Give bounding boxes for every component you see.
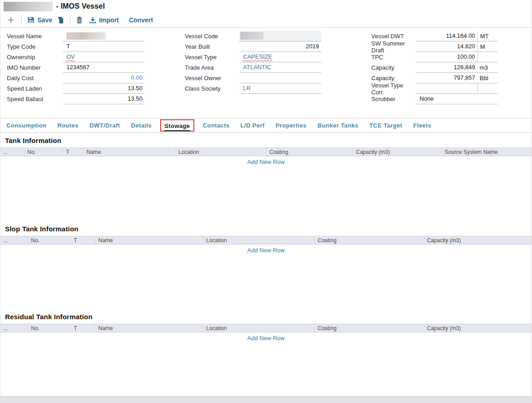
form-column-right: Vessel DWT 114,164.00 MT SW Summer Draft… bbox=[371, 31, 498, 104]
type-code-label: Type Code bbox=[7, 43, 63, 50]
year-built-field[interactable]: 2019 bbox=[239, 41, 321, 52]
speed-laden-field[interactable]: 13.50 bbox=[63, 83, 145, 94]
daily-cost-field[interactable]: 0.00 bbox=[63, 73, 145, 83]
vessel-dwt-field[interactable]: 114,164.00 bbox=[416, 31, 477, 41]
tab-details[interactable]: Details bbox=[131, 122, 152, 129]
tab-bunker-tanks[interactable]: Bunker Tanks bbox=[318, 122, 359, 129]
field-row-vessel-type: Vessel Type CAPESIZE bbox=[185, 52, 321, 62]
sw-summer-draft-label: SW Summer Draft bbox=[371, 40, 416, 54]
vessel-dwt-unit: MT bbox=[477, 31, 498, 41]
scrubber-field[interactable]: None bbox=[416, 94, 498, 104]
trade-area-field[interactable]: ATLANTIC bbox=[239, 62, 321, 73]
vessel-code-field[interactable] bbox=[239, 31, 321, 41]
scrubber-label: Scrubber bbox=[371, 96, 416, 102]
slop-add-new-row-link[interactable]: Add New Row bbox=[0, 247, 532, 254]
column-header-capacity: Capacity (m3) bbox=[353, 148, 442, 156]
residual-add-new-row-link[interactable]: Add New Row bbox=[0, 335, 532, 342]
ownership-field[interactable]: OV bbox=[63, 52, 145, 62]
field-row-daily-cost: Daily Cost 0.00 bbox=[7, 73, 145, 83]
type-code-field[interactable]: T bbox=[63, 41, 145, 52]
redacted-vessel-name bbox=[4, 2, 53, 11]
stowage-tab-highlight-box: Stowage bbox=[160, 119, 194, 132]
vessel-form: Vessel Name Type Code T Ownership OV IMO… bbox=[0, 28, 532, 113]
class-society-label: Class Society bbox=[185, 85, 239, 92]
column-header-name: Name bbox=[96, 236, 203, 244]
column-header-no: No. bbox=[25, 148, 63, 156]
column-header-ellipsis: ... bbox=[0, 324, 28, 332]
field-row-speed-ballast: Speed Ballast 13.50 bbox=[7, 94, 145, 104]
import-icon bbox=[89, 16, 96, 24]
vessel-owner-field[interactable] bbox=[239, 73, 321, 83]
class-society-value: LR bbox=[243, 85, 251, 92]
field-row-type-code: Type Code T bbox=[7, 41, 145, 52]
speed-ballast-field[interactable]: 13.50 bbox=[63, 94, 145, 104]
tank-add-new-row-link[interactable]: Add New Row bbox=[0, 158, 532, 165]
save-button-label: Save bbox=[37, 16, 52, 24]
speed-ballast-label: Speed Ballast bbox=[7, 96, 63, 102]
imo-number-label: IMO Number bbox=[7, 64, 63, 71]
copy-icon bbox=[57, 16, 65, 24]
tab-ld-perf[interactable]: L/D Perf bbox=[240, 122, 264, 129]
save-button[interactable]: Save bbox=[27, 16, 52, 24]
tab-properties[interactable]: Properties bbox=[275, 122, 306, 129]
redacted-value bbox=[66, 32, 106, 40]
sw-summer-draft-field[interactable]: 14.820 bbox=[416, 41, 477, 52]
vessel-type-label: Vessel Type bbox=[185, 54, 239, 61]
form-column-left: Vessel Name Type Code T Ownership OV IMO… bbox=[7, 31, 145, 104]
vessel-type-corr-field[interactable] bbox=[416, 83, 477, 94]
vessel-type-corr-label: Vessel Type Corr. bbox=[371, 82, 416, 96]
slop-tank-information-section: Slop Tank Information ... No. T Name Loc… bbox=[0, 221, 532, 309]
tab-stowage[interactable]: Stowage bbox=[164, 122, 190, 131]
column-header-name: Name bbox=[96, 324, 203, 332]
tpc-field[interactable]: 100.00 bbox=[416, 52, 477, 62]
window-titlebar: - IMOS Vessel bbox=[0, 0, 532, 13]
tab-routes[interactable]: Routes bbox=[57, 122, 78, 129]
copy-button[interactable] bbox=[57, 16, 65, 24]
capacity-bbl-label: Capacity bbox=[371, 75, 416, 82]
column-header-t: T bbox=[71, 236, 96, 244]
field-row-imo-number: IMO Number 1234567 bbox=[7, 62, 145, 73]
field-row-scrubber: Scrubber None bbox=[371, 94, 498, 104]
residual-grid-header: ... No. T Name Location Coating Capacity… bbox=[0, 324, 532, 332]
toolbar-separator bbox=[21, 15, 22, 25]
slop-grid-header: ... No. T Name Location Coating Capacity… bbox=[0, 236, 532, 245]
tab-tce-target[interactable]: TCE Target bbox=[370, 122, 402, 129]
delete-button[interactable] bbox=[76, 16, 83, 24]
field-row-vessel-type-corr: Vessel Type Corr. bbox=[371, 83, 498, 94]
column-header-no: No. bbox=[28, 236, 71, 244]
vessel-type-field[interactable]: CAPESIZE bbox=[239, 52, 321, 62]
column-header-ellipsis: ... bbox=[0, 236, 28, 244]
field-row-capacity-m3: Capacity 126,849 m3 bbox=[371, 62, 498, 73]
speed-laden-label: Speed Laden bbox=[7, 85, 63, 92]
trade-area-value: ATLANTIC bbox=[243, 64, 271, 71]
tab-dwt-draft[interactable]: DWT/Draft bbox=[90, 122, 120, 129]
imo-number-field[interactable]: 1234567 bbox=[63, 62, 145, 73]
field-row-vessel-owner: Vessel Owner bbox=[185, 73, 321, 83]
trash-icon bbox=[76, 16, 83, 24]
ownership-value: OV bbox=[66, 53, 75, 60]
vessel-owner-label: Vessel Owner bbox=[185, 75, 239, 82]
capacity-m3-field[interactable]: 126,849 bbox=[416, 62, 477, 73]
field-row-trade-area: Trade Area ATLANTIC bbox=[185, 62, 321, 73]
vessel-name-field[interactable] bbox=[63, 31, 145, 41]
convert-button[interactable]: Convert bbox=[129, 16, 153, 24]
column-header-location: Location bbox=[176, 148, 267, 156]
tab-fleets[interactable]: Fleets bbox=[413, 122, 431, 129]
tab-consumption[interactable]: Consumption bbox=[6, 122, 46, 129]
column-header-capacity: Capacity (m3) bbox=[424, 236, 532, 244]
field-row-speed-laden: Speed Laden 13.50 bbox=[7, 83, 145, 94]
daily-cost-label: Daily Cost bbox=[7, 75, 63, 82]
column-header-t: T bbox=[63, 148, 84, 156]
field-row-vessel-code: Vessel Code bbox=[185, 31, 321, 41]
import-button[interactable]: Import bbox=[89, 16, 119, 24]
class-society-field[interactable]: LR bbox=[239, 83, 321, 94]
tab-contacts[interactable]: Contacts bbox=[203, 122, 230, 129]
vessel-dwt-label: Vessel DWT bbox=[371, 33, 416, 40]
field-row-class-society: Class Society LR bbox=[185, 83, 321, 94]
field-row-ownership: Ownership OV bbox=[7, 52, 145, 62]
column-header-t: T bbox=[71, 324, 96, 332]
field-row-sw-summer-draft: SW Summer Draft 14.820 M bbox=[371, 41, 498, 52]
add-new-button[interactable] bbox=[7, 16, 15, 24]
capacity-bbl-field[interactable]: 797,857 bbox=[416, 73, 477, 83]
ownership-label: Ownership bbox=[7, 54, 63, 61]
